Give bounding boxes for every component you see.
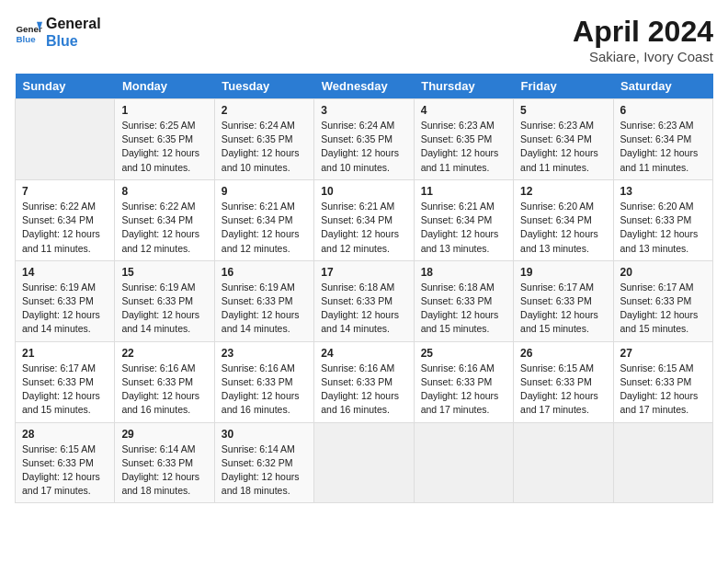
day-cell: 30Sunrise: 6:14 AMSunset: 6:32 PMDayligh…: [214, 422, 313, 503]
day-number: 4: [421, 104, 506, 117]
header-cell-sunday: Sunday: [16, 74, 115, 99]
day-cell: 11Sunrise: 6:21 AMSunset: 6:34 PMDayligh…: [414, 179, 513, 260]
day-detail: Sunrise: 6:16 AMSunset: 6:33 PMDaylight:…: [222, 362, 300, 416]
day-cell: 18Sunrise: 6:18 AMSunset: 6:33 PMDayligh…: [414, 260, 513, 341]
day-number: 9: [222, 185, 307, 198]
header-cell-monday: Monday: [115, 74, 214, 99]
day-cell: 26Sunrise: 6:15 AMSunset: 6:33 PMDayligh…: [514, 341, 613, 422]
day-cell: 6Sunrise: 6:23 AMSunset: 6:34 PMDaylight…: [613, 99, 712, 180]
day-detail: Sunrise: 6:19 AMSunset: 6:33 PMDaylight:…: [22, 282, 100, 335]
day-detail: Sunrise: 6:22 AMSunset: 6:34 PMDaylight:…: [22, 201, 100, 254]
day-number: 8: [121, 185, 207, 198]
header-cell-thursday: Thursday: [414, 74, 513, 99]
header-cell-tuesday: Tuesday: [214, 74, 313, 99]
day-cell: 19Sunrise: 6:17 AMSunset: 6:33 PMDayligh…: [514, 260, 613, 341]
day-detail: Sunrise: 6:15 AMSunset: 6:33 PMDaylight:…: [22, 443, 100, 497]
header-cell-saturday: Saturday: [613, 74, 712, 99]
day-number: 3: [321, 104, 406, 117]
day-detail: Sunrise: 6:23 AMSunset: 6:34 PMDaylight:…: [620, 120, 699, 173]
day-cell: 13Sunrise: 6:20 AMSunset: 6:33 PMDayligh…: [613, 179, 712, 260]
day-detail: Sunrise: 6:19 AMSunset: 6:33 PMDaylight:…: [121, 282, 199, 335]
day-cell: 17Sunrise: 6:18 AMSunset: 6:33 PMDayligh…: [314, 260, 414, 341]
day-detail: Sunrise: 6:20 AMSunset: 6:34 PMDaylight:…: [520, 201, 598, 254]
day-detail: Sunrise: 6:17 AMSunset: 6:33 PMDaylight:…: [520, 282, 598, 335]
day-cell: [514, 422, 613, 503]
svg-text:Blue: Blue: [17, 34, 37, 44]
calendar-table: SundayMondayTuesdayWednesdayThursdayFrid…: [15, 74, 713, 503]
day-number: 11: [421, 185, 506, 198]
day-cell: 1Sunrise: 6:25 AMSunset: 6:35 PMDaylight…: [115, 99, 214, 180]
main-title: April 2024: [573, 15, 713, 49]
day-detail: Sunrise: 6:16 AMSunset: 6:33 PMDaylight:…: [121, 362, 199, 416]
day-number: 10: [321, 185, 406, 198]
day-number: 5: [520, 104, 606, 117]
week-row-4: 21Sunrise: 6:17 AMSunset: 6:33 PMDayligh…: [16, 341, 713, 422]
subtitle: Sakiare, Ivory Coast: [573, 49, 713, 64]
day-number: 25: [421, 347, 506, 360]
day-cell: 10Sunrise: 6:21 AMSunset: 6:34 PMDayligh…: [314, 179, 414, 260]
day-number: 15: [121, 266, 207, 279]
day-number: 20: [620, 266, 706, 279]
logo-icon: General Blue: [15, 18, 42, 46]
logo-line1: General: [46, 15, 101, 32]
week-row-5: 28Sunrise: 6:15 AMSunset: 6:33 PMDayligh…: [16, 422, 713, 503]
day-cell: [414, 422, 513, 503]
day-cell: 12Sunrise: 6:20 AMSunset: 6:34 PMDayligh…: [514, 179, 613, 260]
day-cell: 29Sunrise: 6:14 AMSunset: 6:33 PMDayligh…: [115, 422, 214, 503]
day-number: 7: [22, 185, 108, 198]
day-cell: 21Sunrise: 6:17 AMSunset: 6:33 PMDayligh…: [16, 341, 115, 422]
day-detail: Sunrise: 6:22 AMSunset: 6:34 PMDaylight:…: [121, 201, 199, 254]
day-cell: 5Sunrise: 6:23 AMSunset: 6:34 PMDaylight…: [514, 99, 613, 180]
week-row-1: 1Sunrise: 6:25 AMSunset: 6:35 PMDaylight…: [16, 99, 713, 180]
day-cell: 22Sunrise: 6:16 AMSunset: 6:33 PMDayligh…: [115, 341, 214, 422]
day-number: 13: [620, 185, 706, 198]
week-row-3: 14Sunrise: 6:19 AMSunset: 6:33 PMDayligh…: [16, 260, 713, 341]
day-detail: Sunrise: 6:14 AMSunset: 6:33 PMDaylight:…: [121, 443, 199, 497]
day-number: 16: [222, 266, 307, 279]
header-cell-friday: Friday: [514, 74, 613, 99]
title-block: April 2024 Sakiare, Ivory Coast: [573, 15, 713, 64]
day-cell: 16Sunrise: 6:19 AMSunset: 6:33 PMDayligh…: [214, 260, 313, 341]
day-detail: Sunrise: 6:25 AMSunset: 6:35 PMDaylight:…: [121, 120, 199, 173]
day-detail: Sunrise: 6:18 AMSunset: 6:33 PMDaylight:…: [421, 282, 499, 335]
day-cell: 15Sunrise: 6:19 AMSunset: 6:33 PMDayligh…: [115, 260, 214, 341]
week-row-2: 7Sunrise: 6:22 AMSunset: 6:34 PMDaylight…: [16, 179, 713, 260]
day-detail: Sunrise: 6:21 AMSunset: 6:34 PMDaylight:…: [321, 201, 399, 254]
day-number: 6: [620, 104, 706, 117]
day-cell: 14Sunrise: 6:19 AMSunset: 6:33 PMDayligh…: [16, 260, 115, 341]
day-number: 27: [620, 347, 706, 360]
day-detail: Sunrise: 6:16 AMSunset: 6:33 PMDaylight:…: [321, 362, 399, 416]
day-cell: [16, 99, 115, 180]
day-cell: 3Sunrise: 6:24 AMSunset: 6:35 PMDaylight…: [314, 99, 414, 180]
day-cell: 7Sunrise: 6:22 AMSunset: 6:34 PMDaylight…: [16, 179, 115, 260]
day-detail: Sunrise: 6:18 AMSunset: 6:33 PMDaylight:…: [321, 282, 399, 335]
day-cell: 28Sunrise: 6:15 AMSunset: 6:33 PMDayligh…: [16, 422, 115, 503]
day-detail: Sunrise: 6:16 AMSunset: 6:33 PMDaylight:…: [421, 362, 499, 416]
day-number: 18: [421, 266, 506, 279]
day-detail: Sunrise: 6:23 AMSunset: 6:35 PMDaylight:…: [421, 120, 499, 173]
day-cell: 8Sunrise: 6:22 AMSunset: 6:34 PMDaylight…: [115, 179, 214, 260]
logo: General Blue General Blue: [15, 15, 101, 50]
day-cell: 4Sunrise: 6:23 AMSunset: 6:35 PMDaylight…: [414, 99, 513, 180]
day-cell: [613, 422, 712, 503]
day-detail: Sunrise: 6:15 AMSunset: 6:33 PMDaylight:…: [520, 362, 598, 416]
day-cell: 20Sunrise: 6:17 AMSunset: 6:33 PMDayligh…: [613, 260, 712, 341]
day-detail: Sunrise: 6:21 AMSunset: 6:34 PMDaylight:…: [222, 201, 300, 254]
day-number: 23: [222, 347, 307, 360]
day-number: 14: [22, 266, 108, 279]
page-header: General Blue General Blue April 2024 Sak…: [15, 15, 713, 64]
day-detail: Sunrise: 6:20 AMSunset: 6:33 PMDaylight:…: [620, 201, 699, 254]
day-number: 29: [121, 428, 207, 441]
day-cell: 25Sunrise: 6:16 AMSunset: 6:33 PMDayligh…: [414, 341, 513, 422]
day-number: 12: [520, 185, 606, 198]
day-number: 24: [321, 347, 406, 360]
day-cell: [314, 422, 414, 503]
day-detail: Sunrise: 6:17 AMSunset: 6:33 PMDaylight:…: [620, 282, 699, 335]
day-number: 1: [121, 104, 207, 117]
day-number: 17: [321, 266, 406, 279]
day-cell: 23Sunrise: 6:16 AMSunset: 6:33 PMDayligh…: [214, 341, 313, 422]
day-detail: Sunrise: 6:15 AMSunset: 6:33 PMDaylight:…: [620, 362, 699, 416]
day-detail: Sunrise: 6:23 AMSunset: 6:34 PMDaylight:…: [520, 120, 598, 173]
day-detail: Sunrise: 6:24 AMSunset: 6:35 PMDaylight:…: [321, 120, 399, 173]
day-detail: Sunrise: 6:17 AMSunset: 6:33 PMDaylight:…: [22, 362, 100, 416]
